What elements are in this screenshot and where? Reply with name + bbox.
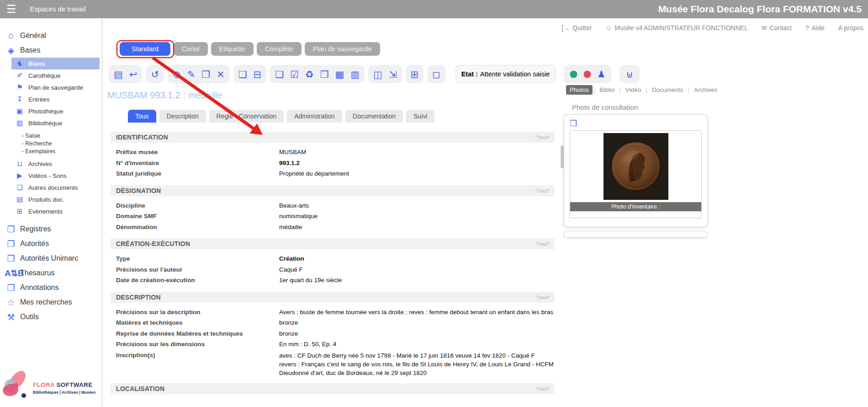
export-file-icon[interactable]: ❏ bbox=[238, 70, 247, 79]
sidebar-item-entrees[interactable]: ↧ Entrées bbox=[11, 93, 100, 105]
hamburger-menu-icon[interactable]: ☰ bbox=[6, 4, 16, 15]
media-tabs: Photos | Biblio | Vidéo | Documents | Ar… bbox=[566, 85, 721, 95]
top-link[interactable]: ^haut^ bbox=[535, 188, 550, 193]
tab-plan-de-sauvegarde[interactable]: Plan de sauvegarde bbox=[305, 42, 380, 56]
search-results-icon[interactable]: ▤ bbox=[114, 70, 123, 79]
package-icon[interactable]: ♻ bbox=[305, 70, 314, 79]
tab-complete[interactable]: Complète bbox=[257, 42, 302, 56]
sidebar-item-autres-documents[interactable]: ❏ Autres documents bbox=[11, 182, 100, 193]
inventory-photo-caption: Photo d'inventaire : bbox=[570, 202, 701, 211]
tab-separator: | bbox=[645, 86, 648, 93]
folder-image-icon[interactable]: ❒ bbox=[320, 70, 329, 79]
help-button[interactable]: ? Aide bbox=[805, 24, 825, 32]
sidebar-item-outils[interactable]: ⚒ Outils bbox=[0, 310, 102, 324]
open-book-icon: ❐ bbox=[5, 283, 17, 293]
record-detail: IDENTIFICATION ^haut^ Préfixe musée MUSB… bbox=[111, 132, 555, 400]
tab-archives[interactable]: Archives bbox=[690, 85, 721, 95]
sidebar-item-thesaurus[interactable]: A⇅B Thesaurus bbox=[0, 266, 102, 280]
workspace-label[interactable]: Espaces de travail bbox=[30, 5, 86, 13]
tab-documents[interactable]: Documents bbox=[648, 85, 687, 95]
top-link[interactable]: ^haut^ bbox=[535, 386, 550, 391]
toolbox-icon[interactable]: ◫ bbox=[373, 70, 382, 79]
tab-cartel[interactable]: Cartel bbox=[174, 42, 208, 56]
sidebar-item-annotations[interactable]: ❐ Annotations bbox=[0, 280, 102, 295]
sidebar-item-autorites-unimarc[interactable]: ❐ Autorités Unimarc bbox=[0, 251, 102, 266]
sidebar-item-plan-de-sauvegarde[interactable]: ⚑ Plan de sauvegarde bbox=[11, 81, 100, 93]
tab-standard[interactable]: Standard bbox=[120, 42, 170, 56]
sidebar-item-label: Outils bbox=[20, 313, 39, 321]
id-card-icon[interactable]: ▥ bbox=[350, 70, 360, 79]
sidebar-item-videos-sons[interactable]: ▶ Vidéos - Sons bbox=[11, 170, 100, 182]
sidebar-item-bases[interactable]: ◈ Bases bbox=[0, 43, 102, 58]
sidebar-item-carotheque[interactable]: ✐ Carothèque bbox=[11, 70, 100, 81]
field-row: Dénomination médaille bbox=[111, 222, 555, 233]
history-icon[interactable]: ↺ bbox=[151, 70, 159, 79]
sidebar-item-label: Annotations bbox=[20, 284, 59, 292]
reject-red-dot[interactable] bbox=[583, 70, 591, 78]
about-button[interactable]: A propos bbox=[838, 24, 863, 32]
sidebar-item-autorites[interactable]: ❐ Autorités bbox=[0, 236, 102, 251]
exit-icon: [→ bbox=[561, 24, 570, 32]
sidebar-item-bibliotheque[interactable]: ▥ Bibliothèque bbox=[11, 117, 100, 129]
print-icon[interactable]: ⊟ bbox=[254, 70, 262, 79]
sidebar-item-registres[interactable]: ❒ Registres bbox=[0, 222, 102, 236]
envelope-icon: ✉ bbox=[762, 24, 767, 32]
calculator-icon[interactable]: ▦ bbox=[335, 70, 344, 79]
form-edit-icon[interactable]: ☑ bbox=[290, 70, 299, 79]
stamp-icon[interactable]: ♟ bbox=[597, 69, 605, 80]
attach-file-icon[interactable]: ❑ bbox=[275, 70, 284, 79]
tab-administration[interactable]: Administration bbox=[287, 110, 342, 123]
top-link[interactable]: ^haut^ bbox=[535, 295, 550, 300]
folder-image-icon[interactable]: ❒ bbox=[570, 119, 577, 128]
contact-label: Contact bbox=[770, 24, 792, 32]
delete-icon[interactable]: ✕ bbox=[217, 70, 225, 79]
tab-description[interactable]: Description bbox=[159, 110, 206, 123]
user-label: Musée v4 ADMINISTRATEUR FONCTIONNEL bbox=[614, 24, 747, 32]
basket-icon[interactable]: ⊎ bbox=[626, 70, 633, 79]
copy-icon[interactable]: ❐ bbox=[201, 70, 210, 79]
secondary-card[interactable] bbox=[564, 231, 708, 238]
top-link[interactable]: ^haut^ bbox=[535, 241, 550, 246]
sidebar-item-mes-recherches[interactable]: ☆ Mes recherches bbox=[0, 295, 102, 310]
sidebar-item-evenements[interactable]: ⊞ Evènements bbox=[11, 205, 100, 217]
calendar-add-icon[interactable]: ⊞ bbox=[411, 70, 419, 79]
tab-suivi[interactable]: Suivi bbox=[406, 110, 434, 123]
star-icon: ☆ bbox=[5, 297, 17, 308]
field-value: bronze bbox=[279, 317, 555, 328]
sidebar-item-label: Autres documents bbox=[28, 184, 78, 191]
open-book-icon: ❐ bbox=[5, 239, 17, 249]
note-icon[interactable]: ◻ bbox=[432, 70, 440, 79]
tab-photos[interactable]: Photos bbox=[566, 85, 593, 95]
sidebar-item-archives[interactable]: ⊔ Archives bbox=[11, 158, 100, 170]
medal-photo[interactable] bbox=[603, 133, 668, 200]
quit-button[interactable]: [→ Quitter bbox=[561, 24, 592, 32]
user-menu[interactable]: ☺ Musée v4 ADMINISTRATEUR FONCTIONNEL bbox=[605, 24, 748, 32]
top-link[interactable]: ^haut^ bbox=[535, 134, 550, 140]
user-icon: ☺ bbox=[605, 24, 612, 32]
sidebar-item-recherche[interactable]: - Recherche bbox=[0, 139, 102, 147]
tab-etiquette[interactable]: Etiquette bbox=[211, 42, 254, 56]
tab-biblio[interactable]: Biblio bbox=[596, 85, 619, 95]
sidebar-item-biens[interactable]: ♞ Biens bbox=[11, 58, 100, 70]
validate-green-dot[interactable] bbox=[570, 70, 577, 78]
tab-tous[interactable]: Tous bbox=[128, 110, 156, 123]
tab-video[interactable]: Vidéo bbox=[622, 85, 645, 95]
add-icon[interactable]: ⊕ bbox=[173, 70, 181, 79]
flora-software-logo: FLORA SOFTWARE Bibliothèques | Archives … bbox=[0, 349, 102, 400]
trolley-icon[interactable]: ⇲ bbox=[389, 70, 397, 79]
sidebar-item-exemplaires[interactable]: - Exemplaires bbox=[0, 147, 102, 155]
contact-button[interactable]: ✉ Contact bbox=[762, 24, 792, 32]
basket-group: ⊎ bbox=[619, 65, 639, 83]
edit-icon[interactable]: ✎ bbox=[187, 70, 196, 79]
field-row: Précisions sur l'auteur Caqué F bbox=[111, 264, 555, 275]
field-row: Date de création-exécution 1er quart du … bbox=[111, 275, 555, 286]
sidebar-item-general[interactable]: ⌂ Général bbox=[0, 28, 102, 43]
tab-regie-conservation[interactable]: Regie - Conservation bbox=[209, 110, 284, 123]
sidebar-item-phototheque[interactable]: ▣ Photothèque bbox=[11, 105, 100, 117]
undo-icon[interactable]: ↩ bbox=[129, 70, 138, 79]
field-value: En mm : D. 50, Ep. 4 bbox=[279, 339, 555, 350]
sidebar-item-saisie[interactable]: - Saisie bbox=[0, 132, 102, 139]
sidebar-item-produits-doc[interactable]: ▤ Produits doc. bbox=[11, 193, 100, 205]
tab-documentation[interactable]: Documentation bbox=[345, 110, 403, 123]
field-value: 993.1.2 bbox=[279, 158, 555, 169]
